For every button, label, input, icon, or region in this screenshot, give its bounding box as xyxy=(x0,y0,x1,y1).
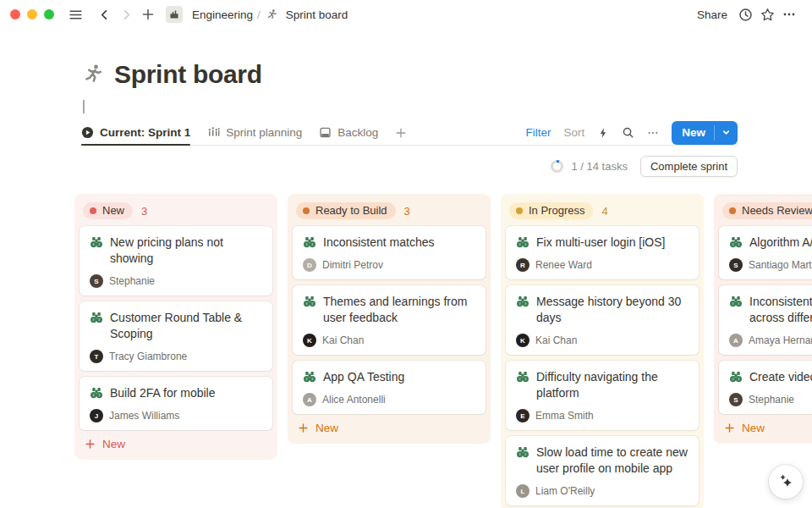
binoculars-icon xyxy=(90,311,103,324)
card-title-row: App QA Testing xyxy=(303,369,475,385)
sprint-subheader: 1 / 14 tasks Complete sprint xyxy=(81,146,738,185)
page-title[interactable]: Sprint board xyxy=(114,59,262,90)
forward-icon[interactable] xyxy=(115,3,137,25)
assignee-avatar: T xyxy=(90,350,103,363)
title-block: Sprint board xyxy=(81,59,738,113)
assignee-name: Stephanie xyxy=(749,394,794,406)
column-status-pill[interactable]: New xyxy=(83,202,133,219)
binoculars-icon xyxy=(303,295,316,308)
history-clock-icon[interactable] xyxy=(734,3,756,25)
assignee-name: Liam O'Reilly xyxy=(535,485,595,497)
card-assignee: A Alice Antonelli xyxy=(303,393,475,406)
breadcrumb-page[interactable]: Sprint board xyxy=(282,7,353,23)
tab-label: Backlog xyxy=(337,126,378,139)
binoculars-icon xyxy=(516,445,529,459)
tab-sprint-planning[interactable]: Sprint planning xyxy=(207,120,302,145)
card-assignee: K Kai Chan xyxy=(516,334,689,347)
favorite-star-icon[interactable] xyxy=(756,3,778,25)
assignee-name: Amaya Hernande xyxy=(749,334,812,346)
zoom-window-button[interactable] xyxy=(44,9,54,19)
task-card[interactable]: Fix multi-user login [iOS] R Renee Ward xyxy=(506,226,699,279)
view-more-options-icon[interactable] xyxy=(647,127,659,139)
column-label: Ready to Build xyxy=(315,204,387,217)
plus-icon xyxy=(724,422,735,433)
play-circle-icon xyxy=(81,126,94,139)
running-person-icon xyxy=(266,8,278,21)
search-icon[interactable] xyxy=(622,126,634,139)
card-title-row: Algorithm A/B xyxy=(729,235,812,251)
share-button[interactable]: Share xyxy=(690,6,734,24)
status-dot-icon xyxy=(729,207,736,214)
card-title-row: New pricing plans not showing xyxy=(90,235,262,267)
tab-current-sprint[interactable]: Current: Sprint 1 xyxy=(81,120,190,145)
column-count: 3 xyxy=(404,205,410,218)
column-status-pill[interactable]: Ready to Build xyxy=(296,202,396,219)
card-assignee: S Stephanie xyxy=(90,274,262,288)
breadcrumb-workspace[interactable]: Engineering xyxy=(188,7,257,23)
tab-label: Sprint planning xyxy=(226,126,302,139)
column-count: 3 xyxy=(141,205,147,218)
chevron-down-icon[interactable] xyxy=(715,121,738,145)
card-title-row: Inconsistent u across differe xyxy=(729,294,812,326)
task-card[interactable]: Build 2FA for mobile J James Williams xyxy=(80,377,272,430)
card-assignee: L Liam O'Reilly xyxy=(516,484,689,498)
task-card[interactable]: New pricing plans not showing S Stephani… xyxy=(80,226,272,295)
page-running-person-icon[interactable] xyxy=(81,63,105,86)
complete-sprint-button[interactable]: Complete sprint xyxy=(640,156,738,177)
card-title-row: Difficulty navigating the platform xyxy=(516,369,689,401)
card-assignee: E Emma Smith xyxy=(516,409,689,422)
lightning-bolt-icon[interactable] xyxy=(597,127,609,139)
assignee-avatar: R xyxy=(516,258,529,272)
column-new-button[interactable]: New xyxy=(293,414,486,439)
workspace-icon[interactable] xyxy=(166,6,183,23)
column-status-pill[interactable]: Needs Review xyxy=(722,202,812,219)
column-new-button[interactable]: New xyxy=(80,430,272,455)
assignee-name: Stephanie xyxy=(109,275,155,287)
add-view-icon[interactable] xyxy=(395,127,407,139)
card-title-row: Message history beyond 30 days xyxy=(516,294,689,326)
tab-backlog[interactable]: Backlog xyxy=(319,120,378,145)
task-card[interactable]: Message history beyond 30 days K Kai Cha… xyxy=(506,285,699,355)
task-card[interactable]: Customer Round Table & Scoping T Tracy G… xyxy=(80,301,272,371)
column-new-button[interactable]: New xyxy=(719,414,812,439)
back-icon[interactable] xyxy=(93,3,115,25)
close-window-button[interactable] xyxy=(10,9,20,19)
plus-icon xyxy=(85,439,96,450)
column-new-label: New xyxy=(742,422,765,434)
task-card[interactable]: Difficulty navigating the platform E Emm… xyxy=(506,361,699,430)
task-card[interactable]: Themes and learnings from user feedback … xyxy=(293,285,486,355)
ai-sparkle-button[interactable] xyxy=(769,465,803,499)
card-title-row: Fix multi-user login [iOS] xyxy=(516,235,689,251)
board: New 3 New pricing plans not showing S St… xyxy=(74,194,812,508)
card-title: Themes and learnings from user feedback xyxy=(323,294,475,326)
filter-button[interactable]: Filter xyxy=(525,126,551,139)
more-options-icon[interactable] xyxy=(778,3,800,25)
assignee-avatar: K xyxy=(516,334,529,347)
sidebar-toggle-icon[interactable] xyxy=(64,3,86,25)
assignee-name: Emma Smith xyxy=(535,410,594,422)
assignee-name: Kai Chan xyxy=(535,334,577,346)
assignee-avatar: E xyxy=(516,409,529,422)
task-card[interactable]: Inconsistent u across differe A Amaya He… xyxy=(719,285,812,355)
binoculars-icon xyxy=(90,235,103,249)
new-entry-button-label[interactable]: New xyxy=(672,121,714,145)
task-card[interactable]: Slow load time to create new user profil… xyxy=(506,436,699,505)
minimize-window-button[interactable] xyxy=(27,9,37,19)
task-card[interactable]: App QA Testing A Alice Antonelli xyxy=(293,361,486,414)
task-card[interactable]: Inconsistent matches D Dimitri Petrov xyxy=(293,226,486,279)
assignee-name: James Williams xyxy=(109,410,179,422)
card-title-row: Themes and learnings from user feedback xyxy=(303,294,475,326)
sort-button[interactable]: Sort xyxy=(563,126,584,139)
binoculars-icon xyxy=(516,235,529,249)
column-cards: Algorithm A/B S Santiago Martine Inconsi… xyxy=(719,226,812,414)
assignee-name: Kai Chan xyxy=(322,334,364,346)
column-status-pill[interactable]: In Progress xyxy=(509,202,593,219)
card-title: App QA Testing xyxy=(323,369,404,385)
card-title: Inconsistent matches xyxy=(323,235,435,251)
board-column: Ready to Build 3 Inconsistent matches D … xyxy=(288,194,491,444)
new-entry-button[interactable]: New xyxy=(672,121,738,145)
card-title: Algorithm A/B xyxy=(749,235,812,251)
task-card[interactable]: Algorithm A/B S Santiago Martine xyxy=(719,226,812,279)
task-card[interactable]: Create video g S Stephanie xyxy=(719,361,812,414)
new-page-icon[interactable] xyxy=(137,3,159,25)
